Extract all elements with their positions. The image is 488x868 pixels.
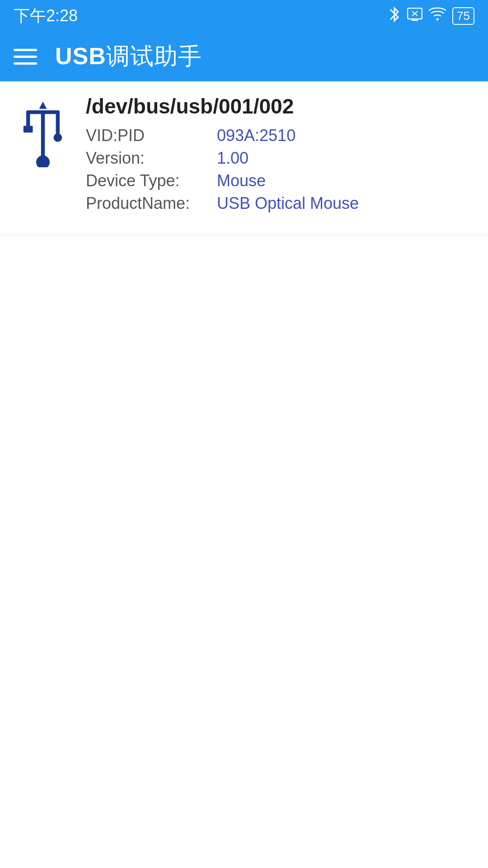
app-title-rest: 调试助手 bbox=[106, 43, 202, 69]
device-type-value: Mouse bbox=[217, 171, 266, 190]
vid-pid-label: VID:PID bbox=[86, 126, 217, 145]
hamburger-menu-button[interactable] bbox=[14, 49, 37, 65]
device-info: /dev/bus/usb/001/002 VID:PID 093A:2510 V… bbox=[86, 95, 470, 217]
app-title: USB调试助手 bbox=[55, 41, 202, 72]
wifi-icon bbox=[429, 7, 446, 25]
battery-icon: 75 bbox=[452, 7, 474, 25]
device-path: /dev/bus/usb/001/002 bbox=[86, 95, 470, 118]
device-card[interactable]: /dev/bus/usb/001/002 VID:PID 093A:2510 V… bbox=[0, 81, 488, 235]
version-value: 1.00 bbox=[217, 149, 249, 168]
svg-point-11 bbox=[53, 133, 62, 142]
svg-point-4 bbox=[436, 18, 439, 20]
main-content: /dev/bus/usb/001/002 VID:PID 093A:2510 V… bbox=[0, 81, 488, 868]
svg-point-6 bbox=[36, 156, 50, 167]
device-type-row: Device Type: Mouse bbox=[86, 171, 470, 190]
vid-pid-value: 093A:2510 bbox=[217, 126, 296, 145]
product-name-label: ProductName: bbox=[86, 194, 217, 213]
status-icons: 75 bbox=[388, 6, 474, 26]
version-label: Version: bbox=[86, 149, 217, 168]
screen-icon bbox=[407, 8, 422, 24]
vid-pid-row: VID:PID 093A:2510 bbox=[86, 126, 470, 145]
app-title-usb: USB bbox=[55, 43, 106, 69]
version-row: Version: 1.00 bbox=[86, 149, 470, 168]
device-type-label: Device Type: bbox=[86, 171, 217, 190]
bluetooth-icon bbox=[388, 6, 401, 26]
battery-level: 75 bbox=[457, 9, 470, 23]
svg-marker-12 bbox=[39, 102, 47, 109]
svg-rect-10 bbox=[23, 126, 33, 132]
app-bar: USB调试助手 bbox=[0, 32, 488, 81]
product-name-row: ProductName: USB Optical Mouse bbox=[86, 194, 470, 213]
status-bar: 下午2:28 bbox=[0, 0, 488, 32]
usb-symbol-icon bbox=[18, 99, 68, 167]
product-name-value: USB Optical Mouse bbox=[217, 194, 359, 213]
status-time: 下午2:28 bbox=[14, 5, 78, 27]
usb-icon-container bbox=[14, 95, 72, 167]
